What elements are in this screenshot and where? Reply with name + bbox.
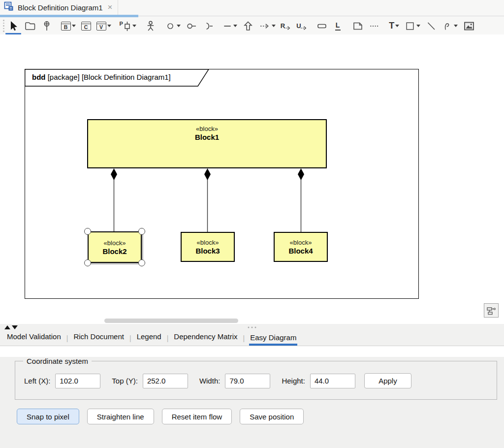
circle-tool-dropdown-icon (177, 25, 181, 27)
line-icon (222, 20, 232, 32)
rectangle-dropdown-icon (416, 25, 420, 27)
diagram-canvas[interactable]: bdd [package] [Block Definition Diagram1… (0, 34, 504, 324)
port-tool-button[interactable]: P (119, 19, 137, 33)
tab-rich-document[interactable]: Rich Document (72, 332, 125, 346)
item-flow-tool-button[interactable] (315, 19, 329, 33)
required-interface-tool-button[interactable] (201, 19, 215, 33)
snap-to-pixel-button[interactable]: Snap to pixel (17, 409, 79, 424)
tab-dependency-matrix[interactable]: Dependency Matrix (173, 332, 238, 346)
generalization-tool-button[interactable] (241, 19, 255, 33)
diagram-tab[interactable]: Block Definition Diagram1 × (0, 0, 118, 15)
overview-icon (486, 306, 496, 315)
editor-tab-bar: Block Definition Diagram1 × (0, 0, 504, 15)
generalization-arrow-icon (242, 20, 254, 32)
note-icon (352, 20, 364, 32)
value-tool-dropdown-icon (107, 25, 111, 27)
dotted-line-icon (369, 20, 380, 32)
horizontal-scrollbar-thumb[interactable] (104, 319, 238, 323)
selection-handle-top-left[interactable] (84, 228, 91, 235)
block4-node[interactable]: «block» Block4 (274, 232, 328, 262)
toolbar-drag-handle[interactable] (3, 20, 4, 32)
splitter-grip-icon[interactable] (248, 327, 256, 328)
tab-separator: | (162, 334, 173, 346)
selection-handle-top-right[interactable] (138, 228, 145, 235)
port-icon: P (120, 21, 131, 32)
save-position-button[interactable]: Save position (240, 409, 304, 424)
top-y-label: Top (Y): (112, 377, 138, 385)
frame-header: bdd [package] [Block Definition Diagram1… (25, 69, 210, 87)
height-label: Height: (282, 377, 305, 385)
cursor-arrow-icon (7, 20, 19, 32)
constraint-c-icon: C (81, 22, 91, 31)
label-tool-button[interactable]: L (332, 19, 345, 33)
bottom-tab-bar: Model Validation | Rich Document | Legen… (0, 331, 504, 346)
top-y-field[interactable] (143, 374, 188, 388)
straighten-line-button[interactable]: Straighten line (87, 409, 154, 424)
block1-name: Block1 (195, 133, 219, 142)
value-type-tool-button[interactable]: V (95, 19, 112, 33)
active-tab-underline (0, 15, 138, 17)
usage-tool-button[interactable]: U (295, 19, 308, 33)
expand-panel-icon[interactable] (4, 325, 10, 329)
curve-tool-button[interactable] (441, 19, 459, 33)
text-tool-dropdown-icon (395, 25, 399, 27)
height-field[interactable] (310, 374, 355, 388)
realization-r-icon: R (281, 22, 291, 30)
selection-handle-bottom-right[interactable] (138, 259, 145, 266)
circle-icon (165, 20, 176, 32)
note-tool-button[interactable] (351, 19, 365, 33)
realization-tool-button[interactable]: R (280, 19, 292, 33)
apply-button[interactable]: Apply (364, 373, 411, 388)
reset-item-flow-button[interactable]: Reset item flow (162, 409, 232, 424)
association-dropdown-icon (233, 25, 237, 27)
block2-node-selected[interactable]: «block» Block2 (88, 231, 142, 263)
tab-close-icon[interactable]: × (108, 2, 113, 12)
circle-tool-button[interactable] (164, 19, 182, 33)
block1-node[interactable]: «block» Block1 (87, 119, 327, 168)
socket-interface-icon (202, 20, 214, 32)
dependency-tool-button[interactable] (258, 19, 277, 33)
diagonal-line-tool-button[interactable] (424, 19, 438, 33)
width-field[interactable] (225, 374, 270, 388)
text-tool-button[interactable]: T (388, 19, 401, 33)
actor-icon (145, 20, 157, 32)
curve-dropdown-icon (454, 25, 458, 27)
left-x-label: Left (X): (24, 377, 50, 385)
coordinate-system-title: Coordinate system (23, 357, 92, 365)
note-link-tool-button[interactable] (368, 19, 381, 33)
diagram-tab-icon (4, 1, 14, 13)
tab-model-validation[interactable]: Model Validation (6, 332, 62, 346)
collapse-panel-icon[interactable] (12, 325, 18, 329)
tab-separator: | (239, 334, 250, 346)
block-tool-dropdown-icon (72, 25, 76, 27)
provided-interface-tool-button[interactable] (185, 19, 198, 33)
rectangle-tool-button[interactable] (404, 19, 421, 33)
folder-tool-button[interactable] (23, 19, 37, 33)
tab-separator: | (125, 334, 136, 346)
diagram-overview-button[interactable] (484, 303, 499, 318)
dashed-arrow-icon (259, 20, 271, 32)
block-tool-button[interactable]: B (60, 19, 77, 33)
tab-easy-diagram[interactable]: Easy Diagram (249, 333, 297, 346)
left-x-field[interactable] (55, 374, 100, 388)
lollipop-interface-icon (186, 20, 197, 32)
association-tool-button[interactable] (221, 19, 238, 33)
block4-stereotype: «block» (290, 238, 312, 247)
constraint-block-tool-button[interactable]: C (80, 19, 93, 33)
pin-tool-button[interactable] (40, 19, 54, 33)
block3-node[interactable]: «block» Block3 (181, 232, 235, 262)
tab-legend[interactable]: Legend (136, 332, 162, 346)
rectangle-icon (405, 20, 415, 32)
selection-handle-bottom-left[interactable] (84, 259, 91, 266)
tab-strip-divider (138, 16, 504, 16)
actor-tool-button[interactable] (144, 19, 158, 33)
value-v-icon: V (96, 22, 106, 31)
image-icon (463, 20, 475, 32)
block2-stereotype: «block» (104, 239, 126, 247)
port-tool-dropdown-icon (132, 25, 136, 27)
select-tool-button[interactable] (6, 19, 20, 33)
block3-name: Block3 (195, 247, 220, 256)
image-tool-button[interactable] (462, 19, 476, 33)
panel-splitter[interactable] (0, 324, 504, 331)
coordinate-system-group: Coordinate system Left (X): Top (Y): Wid… (15, 357, 497, 400)
